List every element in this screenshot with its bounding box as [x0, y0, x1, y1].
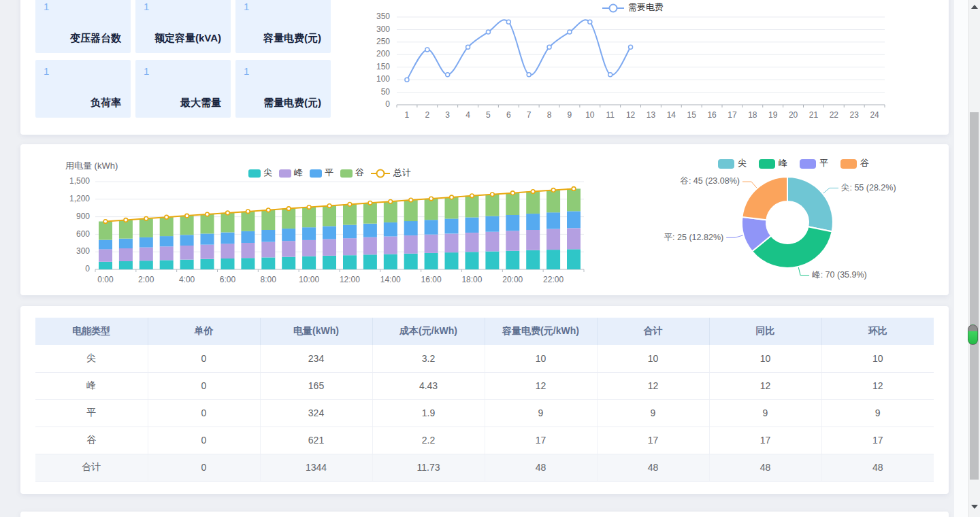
table-cell: 0	[148, 345, 260, 372]
svg-text:1: 1	[405, 110, 410, 120]
svg-text:平: 25 (12.82%): 平: 25 (12.82%)	[664, 233, 724, 242]
svg-text:50: 50	[381, 87, 391, 97]
usage-ratio-donut-chart[interactable]: 尖: 55 (28.2%)峰: 70 (35.9%)平: 25 (12.82%)…	[647, 155, 939, 291]
window-edge-strip	[954, 0, 968, 517]
stat-card-load-rate: 1 负荷率	[35, 60, 131, 118]
table-cell: 48	[821, 454, 934, 481]
svg-text:谷: 45 (23.08%): 谷: 45 (23.08%)	[680, 176, 740, 186]
stat-card-rated-capacity: 1 额定容量(kVA)	[135, 0, 231, 53]
dashboard-page: 1 变压器台数 1 额定容量(kVA) 1 容量电费(元) 1 负荷率 1 最大…	[0, 0, 980, 517]
svg-text:15: 15	[687, 110, 697, 120]
table-cell: 平	[35, 399, 148, 427]
table-cell: 11.73	[372, 454, 485, 481]
table-cell: 0	[148, 399, 260, 427]
scrollbar-up-arrow-icon[interactable]	[971, 5, 978, 9]
scrollbar-down-arrow-icon[interactable]	[971, 505, 978, 509]
table-row: 平03241.99999	[35, 399, 934, 427]
svg-text:10:00: 10:00	[299, 275, 319, 284]
svg-text:1,200: 1,200	[69, 194, 90, 203]
svg-text:11: 11	[606, 110, 615, 120]
svg-text:17: 17	[728, 110, 737, 120]
table-cell: 2.2	[372, 427, 485, 454]
svg-text:24: 24	[870, 110, 879, 120]
table-header-cell: 合计	[597, 318, 709, 345]
next-card-top-edge	[20, 512, 949, 517]
table-cell: 17	[709, 427, 821, 454]
table-cell: 17	[485, 427, 597, 454]
svg-text:4:00: 4:00	[179, 275, 195, 284]
svg-text:2:00: 2:00	[138, 275, 154, 284]
table-cell: 9	[821, 399, 934, 427]
svg-text:900: 900	[76, 212, 90, 221]
svg-text:8: 8	[547, 110, 552, 120]
svg-text:4: 4	[466, 110, 470, 120]
stat-value: 1	[144, 1, 149, 12]
table-row: 峰01654.4312121212	[35, 372, 934, 399]
stat-label: 额定容量(kVA)	[154, 32, 221, 45]
table-cell: 12	[821, 372, 934, 399]
svg-text:18: 18	[748, 110, 757, 120]
table-cell: 10	[709, 345, 821, 372]
table-cell: 324	[260, 399, 372, 427]
demand-fee-line-chart[interactable]: 0501001502002503003501234567891011121314…	[357, 0, 902, 129]
table-cell: 9	[485, 399, 597, 427]
table-header-cell: 单价	[148, 318, 260, 345]
energy-cost-table: 电能类型单价电量(kWh)成本(元/kWh)容量电费(元/kWh)合计同比环比尖…	[35, 318, 934, 482]
table-cell: 9	[597, 399, 709, 427]
table-header-cell: 同比	[709, 318, 821, 345]
bar-legend[interactable]: 尖峰平谷总计	[248, 167, 411, 178]
svg-text:0: 0	[85, 264, 90, 273]
svg-text:16: 16	[707, 110, 717, 120]
svg-text:19: 19	[768, 110, 778, 120]
svg-text:250: 250	[376, 37, 390, 46]
stat-label: 需量电费(元)	[263, 97, 321, 110]
svg-text:0:00: 0:00	[97, 275, 114, 284]
svg-text:谷: 谷	[860, 158, 869, 168]
svg-text:20:00: 20:00	[502, 275, 523, 284]
table-cell: 12	[597, 372, 709, 399]
svg-text:10: 10	[585, 110, 595, 120]
scrollbar-green-marker[interactable]	[968, 324, 978, 345]
svg-text:谷: 谷	[355, 167, 364, 178]
stat-card-capacity-fee: 1 容量电费(元)	[235, 0, 331, 53]
table-cell: 165	[260, 372, 372, 399]
table-card: 电能类型单价电量(kWh)成本(元/kWh)容量电费(元/kWh)合计同比环比尖…	[20, 306, 949, 494]
svg-text:13: 13	[647, 110, 656, 120]
usage-stacked-bar-chart[interactable]: 用电量 (kWh)03006009001,2001,5000:002:004:0…	[54, 153, 606, 289]
svg-text:18:00: 18:00	[461, 275, 482, 284]
table-header-cell: 电能类型	[35, 318, 148, 345]
svg-text:峰: 峰	[294, 167, 303, 178]
table-row: 尖02343.210101010	[35, 345, 934, 372]
table-cell: 3.2	[372, 345, 485, 372]
svg-text:300: 300	[376, 24, 390, 34]
table-cell: 4.43	[372, 372, 485, 399]
svg-text:尖: 55 (28.2%): 尖: 55 (28.2%)	[841, 183, 896, 193]
table-header-cell: 容量电费(元/kWh)	[485, 318, 597, 345]
line-legend[interactable]: 需要电费	[602, 2, 664, 12]
stat-label: 最大需量	[180, 97, 221, 110]
table-cell: 48	[597, 454, 709, 481]
svg-text:需要电费: 需要电费	[628, 2, 664, 12]
stat-value: 1	[244, 65, 249, 77]
svg-text:总计: 总计	[393, 167, 411, 178]
overview-card: 1 变压器台数 1 额定容量(kVA) 1 容量电费(元) 1 负荷率 1 最大…	[20, 0, 949, 135]
svg-text:12:00: 12:00	[340, 275, 360, 284]
table-cell: 10	[597, 345, 709, 372]
svg-text:22: 22	[830, 110, 839, 120]
svg-text:峰: 峰	[779, 158, 787, 168]
svg-text:平: 平	[819, 158, 828, 168]
table-header-row: 电能类型单价电量(kWh)成本(元/kWh)容量电费(元/kWh)合计同比环比	[35, 318, 934, 345]
stat-label: 负荷率	[91, 97, 121, 110]
table-cell: 10	[485, 345, 597, 372]
svg-text:1,500: 1,500	[69, 176, 90, 186]
stat-label: 变压器台数	[70, 32, 121, 45]
svg-text:200: 200	[376, 49, 390, 59]
donut-legend[interactable]: 尖峰平谷	[718, 158, 869, 169]
stat-card-transformer-count: 1 变压器台数	[35, 0, 131, 53]
svg-text:600: 600	[76, 229, 90, 239]
svg-text:21: 21	[809, 110, 819, 120]
scrollbar-thumb[interactable]	[970, 112, 979, 480]
table-cell: 0	[148, 454, 260, 481]
table-cell: 1344	[260, 454, 372, 481]
table-cell: 10	[821, 345, 934, 372]
